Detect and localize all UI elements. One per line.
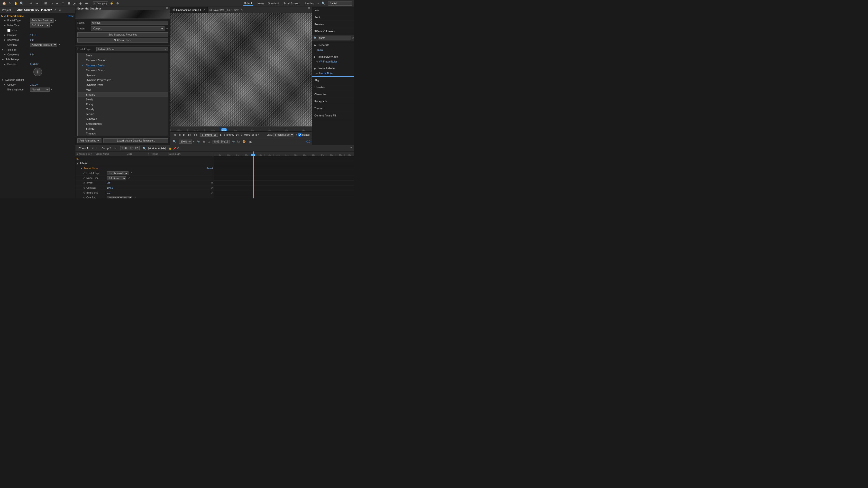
viewer-next-frame[interactable]: ▶| — [187, 133, 192, 137]
expand-sub-settings[interactable]: ▶ — [2, 58, 4, 61]
expand-transform[interactable]: ▶ — [2, 48, 4, 51]
overflow-tl-select[interactable]: Allow HDR Results — [107, 196, 132, 199]
dropdown-item-dynamic-progressive[interactable]: Dynamic Progressive — [78, 77, 168, 83]
eg-master-select[interactable]: Comp 1 — [91, 26, 164, 31]
dropdown-item-turbulent-smooth[interactable]: Turbulent Smooth — [78, 58, 168, 63]
contrast-value[interactable]: 100.0 — [30, 34, 36, 36]
frame-timecode[interactable]: 0:00:08:12 — [212, 140, 230, 143]
viewer-grid[interactable]: ⊞ — [202, 139, 206, 144]
expand-evolution-options[interactable]: ▶ — [2, 78, 4, 81]
content-aware-fill-item[interactable]: Content-Aware Fill — [312, 112, 354, 119]
expand-evolution[interactable]: ▶ — [4, 63, 6, 65]
stamp-icon[interactable]: ◈ — [79, 1, 83, 6]
dropdown-item-terrain[interactable]: Terrain — [78, 111, 168, 117]
noise-grain-header[interactable]: ▶ Noise & Grain — [312, 66, 354, 71]
grid-icon[interactable]: ⊞ — [43, 1, 48, 6]
timeline-timecode[interactable]: 0;00;08;12 — [120, 146, 140, 150]
timecode-search-icon[interactable]: 🔍 — [143, 147, 146, 150]
dropdown-item-dynamic[interactable]: Dynamic — [78, 73, 168, 77]
character-item[interactable]: Character — [312, 91, 354, 98]
search-input[interactable] — [328, 1, 352, 6]
dropdown-item-swirly[interactable]: Swirly — [78, 97, 168, 102]
eg-name-input[interactable] — [91, 21, 168, 25]
fractal-type-select[interactable]: Turbulent Basic — [30, 19, 54, 23]
libraries-item[interactable]: Libraries — [312, 84, 354, 91]
viewer-prev-frame[interactable]: ◀ — [177, 133, 181, 137]
fn-expand[interactable]: ▼ — [80, 167, 83, 170]
solo-properties-btn[interactable]: Solo Supported Properties — [78, 32, 168, 37]
opacity-value[interactable]: 100.0% — [30, 84, 38, 86]
expand-contrast[interactable]: ▶ — [4, 34, 6, 36]
undo-icon[interactable]: ↩ — [28, 1, 33, 6]
workspace-default[interactable]: Default — [243, 1, 254, 6]
expand-fractal-type[interactable]: ▶ — [4, 19, 6, 22]
mask-icon[interactable]: ▭ — [49, 1, 54, 6]
effects-expand[interactable]: ▼ — [76, 162, 79, 165]
transform-section[interactable]: ▶ Transform — [0, 47, 75, 52]
tl-play[interactable]: ▶ — [155, 147, 157, 150]
evolution-value[interactable]: 0x+0.0° — [30, 63, 38, 66]
info-item[interactable]: Info — [312, 7, 354, 14]
noise-type-select[interactable]: Soft Linear — [30, 23, 50, 28]
invert-checkbox[interactable] — [7, 29, 10, 32]
dropdown-item-threads[interactable]: Threads — [78, 131, 168, 136]
comp2-close[interactable]: ✕ — [241, 8, 243, 11]
expand-noise-type[interactable]: ▶ — [4, 24, 6, 27]
workspace-standard[interactable]: Standard — [267, 1, 280, 5]
hand-icon[interactable]: ✋ — [13, 1, 18, 6]
project-tab[interactable]: Project — [2, 8, 11, 11]
set-poster-btn[interactable]: Set Poster Time — [78, 38, 168, 42]
expand-opacity[interactable]: ▶ — [4, 84, 6, 86]
motion-icon[interactable]: ⊕ — [115, 1, 120, 6]
blending-mode-select[interactable]: Normal — [30, 88, 50, 92]
viewer-last-frame[interactable]: ▶▶| — [193, 133, 199, 137]
comp1-close[interactable]: ✕ — [203, 8, 206, 11]
noise-type-tl-select[interactable]: Soft Linear — [107, 176, 126, 180]
align-item[interactable]: Align — [312, 77, 354, 84]
audio-item[interactable]: Audio — [312, 14, 354, 21]
tl-next[interactable]: ▶| — [158, 147, 160, 150]
puppet-icon[interactable]: ⋯ — [84, 1, 89, 6]
effects-search-input[interactable] — [318, 36, 351, 40]
evolution-options-section[interactable]: ▶ Evolution Options — [0, 77, 75, 82]
timecode-display[interactable]: 0:00:03:09 — [200, 133, 218, 137]
text-icon[interactable]: T — [61, 1, 65, 6]
dropdown-item-strings[interactable]: Strings — [78, 126, 168, 131]
complexity-value[interactable]: 6.0 — [30, 53, 34, 56]
pen-icon[interactable]: ✒ — [55, 1, 59, 6]
timeline-tab-comp1[interactable]: Comp 1 — [78, 147, 90, 150]
dropdown-item-dynamic-twist[interactable]: Dynamic Twist — [78, 83, 168, 87]
expand-complexity[interactable]: ▶ — [4, 53, 6, 56]
expand-brightness[interactable]: ▶ — [4, 39, 6, 41]
dropdown-item-basic[interactable]: Basic — [78, 53, 168, 58]
comp-tab-2[interactable]: 🎞 Layer IMG_1431.mov ✕ — [208, 7, 245, 13]
viewer-play[interactable]: ▶ — [182, 133, 186, 137]
view-select[interactable]: Fractal Noise — [274, 133, 294, 137]
viewer-snapshot[interactable]: 📷 — [231, 139, 236, 144]
effects-search-clear[interactable]: ✕ — [352, 36, 354, 40]
vr-fractal-item[interactable]: Ar VR Fractal Noise — [312, 60, 354, 64]
tl-prev[interactable]: ◀ — [152, 147, 154, 150]
fractal-type-dropdown-trigger[interactable]: Turbulent Basic ▼ — [96, 47, 168, 51]
render-checkbox[interactable] — [298, 133, 302, 136]
workspace-small[interactable]: Small Screen — [282, 1, 300, 5]
comp2-close-icon[interactable]: ✕ — [114, 147, 116, 150]
more-workspaces[interactable]: » — [317, 2, 319, 5]
fractal-noise-tl-row[interactable]: ▼ Fractal Noise Reset — [75, 166, 214, 171]
generate-group-header[interactable]: ▶ Generate — [312, 42, 354, 48]
dropdown-item-turbulent-basic[interactable]: ✓ Turbulent Basic — [78, 63, 168, 68]
shape-icon[interactable]: ⬟ — [67, 1, 71, 6]
add-formatting-btn[interactable]: Add Formatting ▼ — [78, 138, 101, 143]
dropdown-item-smeary[interactable]: Smeary — [78, 92, 168, 97]
dropdown-item-small-bumps[interactable]: Small Bumps — [78, 121, 168, 126]
viewer-camera[interactable]: 📷 — [196, 139, 201, 144]
dropdown-item-rocky[interactable]: Rocky — [78, 102, 168, 107]
effects-presets-item[interactable]: Effects & Presets — [312, 28, 354, 35]
viewer-first-frame[interactable]: |◀ — [172, 133, 177, 137]
tracker-item[interactable]: Tracker — [312, 105, 354, 112]
preview-item[interactable]: Preview — [312, 21, 354, 28]
fn-reset-tl[interactable]: Reset — [207, 167, 213, 170]
evolution-dial[interactable] — [33, 68, 42, 76]
comp-menu[interactable]: ☰ — [306, 7, 312, 13]
fn-fractal-type-select[interactable]: Turbulent Basic — [107, 171, 128, 175]
